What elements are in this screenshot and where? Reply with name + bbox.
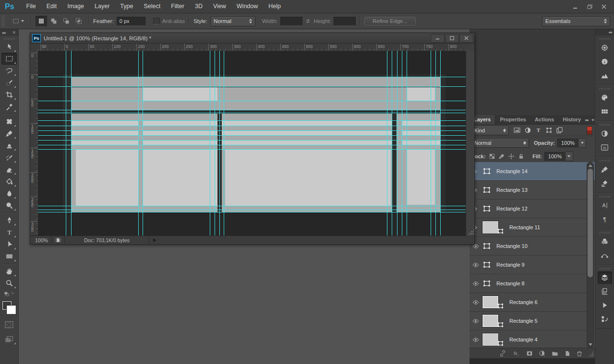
layer-style-fx-button[interactable]: fx <box>512 350 520 357</box>
lock-position-button[interactable] <box>506 152 516 161</box>
paragraph-panel-button[interactable]: ¶ <box>598 213 612 226</box>
panel-group-grip[interactable] <box>600 196 610 198</box>
swap-width-height-icon[interactable] <box>302 16 314 26</box>
vertical-guide[interactable] <box>440 51 441 236</box>
style-select[interactable]: Normal <box>210 16 255 26</box>
width-input[interactable] <box>280 17 302 26</box>
layer-name[interactable]: Rectangle 6 <box>509 299 538 305</box>
swatches-panel-button[interactable] <box>598 106 612 118</box>
scrollbar-thumb[interactable] <box>588 169 593 277</box>
horizontal-guide[interactable] <box>38 110 466 110</box>
minimize-button[interactable] <box>568 2 582 11</box>
subtract-from-selection-button[interactable] <box>60 16 72 26</box>
wireframe-rectangle[interactable] <box>225 149 391 206</box>
horizontal-guide[interactable] <box>38 140 466 141</box>
layer-row[interactable]: Rectangle 5 <box>470 312 595 330</box>
wireframe-rectangle[interactable] <box>72 101 441 110</box>
vertical-guide[interactable] <box>71 51 72 236</box>
menu-help[interactable]: Help <box>263 0 286 13</box>
character-panel-button[interactable]: A <box>598 200 612 212</box>
collapse-panel-icon[interactable]: ▸▸ <box>2 30 6 35</box>
layer-name[interactable]: Rectangle 8 <box>496 281 525 286</box>
tab-properties[interactable]: Properties <box>495 115 530 124</box>
type-layer-filter-button[interactable]: T <box>533 126 543 135</box>
workspace-select[interactable]: Essentials <box>542 16 610 26</box>
add-layer-mask-button[interactable] <box>526 350 533 357</box>
fill-value[interactable]: 100% <box>544 152 566 161</box>
horizontal-ruler[interactable]: 5005010015020025030035040045050055060065… <box>38 44 466 51</box>
panel-group-grip[interactable] <box>600 124 610 126</box>
layer-visibility-eye-icon[interactable] <box>471 261 480 269</box>
status-page-button[interactable] <box>54 236 62 244</box>
histogram-panel-button[interactable] <box>598 70 612 82</box>
menu-image[interactable]: Image <box>62 0 89 13</box>
layer-thumbnail[interactable] <box>482 314 499 328</box>
layer-name[interactable]: Rectangle 12 <box>496 206 528 211</box>
eyedropper-tool[interactable] <box>1 101 17 113</box>
navigator-panel-button[interactable] <box>598 42 612 54</box>
menu-type[interactable]: Type <box>115 0 138 13</box>
tab-actions[interactable]: Actions <box>530 115 558 124</box>
new-group-button[interactable] <box>551 350 559 357</box>
styles-panel-button[interactable]: fx <box>598 141 612 154</box>
vertical-guide[interactable] <box>143 51 143 236</box>
hand-tool[interactable] <box>1 265 17 277</box>
lock-pixels-button[interactable] <box>497 152 506 161</box>
layer-thumbnail[interactable] <box>482 221 499 234</box>
wireframe-rectangle[interactable] <box>72 87 441 101</box>
menu-layer[interactable]: Layer <box>89 0 115 13</box>
pen-tool[interactable] <box>1 214 17 226</box>
actions-panel-button[interactable] <box>598 299 612 312</box>
layer-row[interactable]: Rectangle 6 <box>470 293 595 312</box>
horizontal-guide[interactable] <box>38 130 466 131</box>
opacity-dropdown-button[interactable] <box>578 138 586 148</box>
lock-transparency-button[interactable] <box>487 152 497 161</box>
wireframe-rectangle[interactable] <box>72 77 441 86</box>
layer-shape-thumbnail[interactable] <box>482 167 492 176</box>
horizontal-guide[interactable] <box>38 206 466 206</box>
layer-shape-thumbnail[interactable] <box>482 279 492 288</box>
lock-all-button[interactable] <box>516 152 526 161</box>
layer-visibility-eye-icon[interactable] <box>471 336 480 343</box>
move-tool[interactable] <box>1 41 17 53</box>
menu-select[interactable]: Select <box>138 0 166 13</box>
doc-minimize-button[interactable] <box>431 34 445 43</box>
panel-group-grip[interactable] <box>600 88 610 90</box>
menu-file[interactable]: File <box>21 0 41 13</box>
horizontal-guide[interactable] <box>38 135 466 136</box>
screen-mode-button[interactable] <box>1 333 17 345</box>
brush-presets-panel-button[interactable] <box>598 177 612 190</box>
rectangular-marquee-tool[interactable] <box>1 53 17 65</box>
vertical-guide[interactable] <box>392 51 392 236</box>
type-tool[interactable]: T <box>1 226 17 238</box>
background-color-swatch[interactable] <box>7 305 16 314</box>
layer-row[interactable]: Rectangle 12 <box>470 200 595 218</box>
layer-visibility-eye-icon[interactable] <box>471 280 480 287</box>
layer-name[interactable]: Rectangle 10 <box>496 243 528 249</box>
layers-scrollbar[interactable] <box>587 162 594 348</box>
layer-name[interactable]: Rectangle 5 <box>509 318 538 324</box>
smart-object-filter-button[interactable] <box>554 126 565 135</box>
lasso-tool[interactable] <box>1 65 17 77</box>
horizontal-guide[interactable] <box>38 149 466 150</box>
vertical-guide[interactable] <box>387 51 387 236</box>
new-adjustment-layer-button[interactable] <box>539 350 546 357</box>
layer-visibility-eye-icon[interactable] <box>471 299 480 306</box>
delete-layer-button[interactable] <box>576 350 583 357</box>
restore-button[interactable] <box>582 2 597 11</box>
clone-stamp-tool[interactable] <box>1 140 17 152</box>
horizontal-guide[interactable] <box>38 126 466 126</box>
shape-layer-filter-button[interactable] <box>543 126 554 135</box>
vertical-guide[interactable] <box>397 51 397 236</box>
doc-maximize-button[interactable] <box>445 34 459 43</box>
layer-shape-thumbnail[interactable] <box>482 204 492 213</box>
paths-panel-button[interactable] <box>598 249 612 262</box>
intersect-selection-button[interactable] <box>73 16 84 26</box>
wireframe-rectangle[interactable] <box>72 120 441 126</box>
horizontal-guide[interactable] <box>38 212 466 212</box>
menu-3d[interactable]: 3D <box>190 0 208 13</box>
vertical-guide[interactable] <box>407 51 407 236</box>
new-selection-button[interactable] <box>36 16 47 26</box>
link-layers-button[interactable] <box>499 350 506 357</box>
horizontal-guide[interactable] <box>38 86 466 87</box>
